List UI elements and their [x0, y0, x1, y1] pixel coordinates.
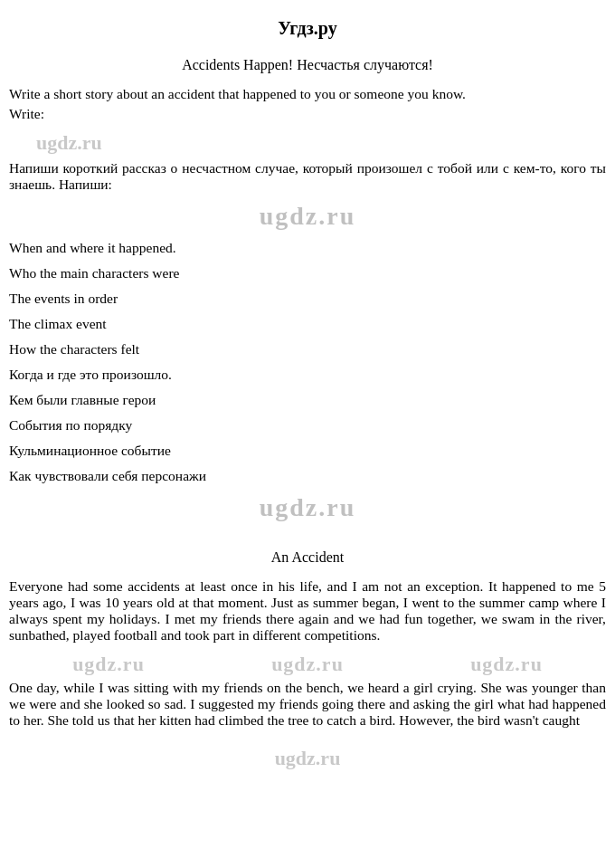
- list-item: When and where it happened.: [9, 240, 606, 256]
- watermark-top: ugdz.ru: [36, 131, 102, 155]
- watermark-inline-1: ugdz.ru: [72, 653, 145, 676]
- instruction-en-line1: Write a short story about an accident th…: [9, 86, 606, 102]
- watermark-inline-3: ugdz.ru: [470, 653, 543, 676]
- list-item: The climax event: [9, 316, 606, 332]
- instruction-en-line2: Write:: [9, 106, 606, 122]
- list-item-ru: Как чувствовали себя персонажи: [9, 468, 606, 484]
- list-item: Who the main characters were: [9, 265, 606, 281]
- footer-watermark: ugdz.ru: [9, 747, 606, 770]
- site-title: Угдз.ру: [9, 18, 606, 39]
- instruction-ru: Напиши короткий рассказ о несчастном слу…: [9, 160, 606, 193]
- lesson-title: Accidents Happen! Несчастья случаются!: [9, 57, 606, 73]
- story-paragraph-2: One day, while I was sitting with my fri…: [9, 680, 606, 729]
- list-item-ru: Кульминационное событие: [9, 443, 606, 459]
- list-item-ru: События по порядку: [9, 417, 606, 434]
- list-item: How the characters felt: [9, 341, 606, 358]
- watermark-row: ugdz.ru ugdz.ru ugdz.ru: [9, 653, 606, 676]
- story-title: An Accident: [9, 549, 606, 566]
- watermark-center-2: ugdz.ru: [9, 493, 606, 522]
- items-en-list: When and where it happened. Who the main…: [9, 240, 606, 358]
- watermark-inline-2: ugdz.ru: [271, 653, 344, 676]
- watermark-center-1: ugdz.ru: [9, 202, 606, 231]
- list-item-ru: Когда и где это произошло.: [9, 367, 606, 383]
- story-paragraph-1: Everyone had some accidents at least onc…: [9, 578, 606, 644]
- list-item-ru: Кем были главные герои: [9, 392, 606, 408]
- items-ru-list: Когда и где это произошло. Кем были глав…: [9, 367, 606, 484]
- list-item: The events in order: [9, 291, 606, 307]
